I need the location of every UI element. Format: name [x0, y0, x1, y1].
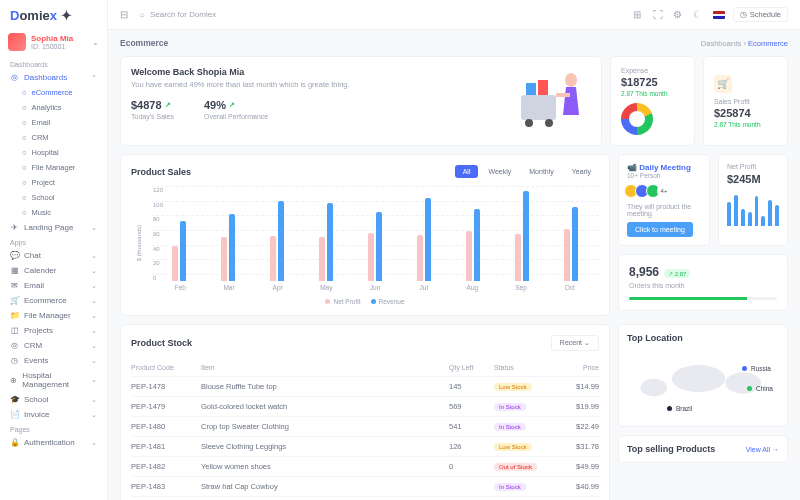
- event-icon: ◷: [10, 356, 19, 365]
- donut-chart: [621, 103, 653, 135]
- airplane-icon: ✈: [10, 223, 19, 232]
- page-title: Ecommerce: [120, 38, 168, 48]
- nav-landing[interactable]: ✈Landing Page⌄: [0, 220, 107, 235]
- mini-bar-chart: [727, 191, 779, 226]
- meeting-title: 📹 Daily Meeting: [627, 163, 701, 172]
- nav-invoice[interactable]: 📄Invoice⌄: [0, 407, 107, 422]
- arrow-up-icon: ↗: [229, 101, 235, 109]
- hospital-icon: ⊕: [10, 376, 17, 385]
- flag-icon[interactable]: [713, 11, 725, 19]
- chat-icon: 💬: [10, 251, 19, 260]
- nav-hospmgmt[interactable]: ⊕Hospital Management⌄: [0, 368, 107, 392]
- nav-chat[interactable]: 💬Chat⌄: [0, 248, 107, 263]
- nav-events[interactable]: ◷Events⌄: [0, 353, 107, 368]
- nav-calendar[interactable]: ▦Calender⌄: [0, 263, 107, 278]
- chevron-down-icon: ⌄: [92, 38, 99, 47]
- section-title: Pages: [0, 422, 107, 435]
- svg-rect-4: [538, 80, 548, 95]
- svg-point-8: [672, 365, 726, 392]
- table-row[interactable]: PEP-1479Gold-colored locket watch569In S…: [131, 397, 599, 417]
- user-id: ID: 150001: [31, 43, 73, 50]
- world-map: RussiaChinaBrazil: [627, 348, 779, 418]
- nav-analytics[interactable]: ○Analytics: [0, 100, 107, 115]
- gear-icon[interactable]: ⚙: [673, 9, 685, 21]
- project-icon: ◫: [10, 326, 19, 335]
- chevron-up-icon: ⌃: [91, 74, 97, 82]
- nav-dashboards[interactable]: ◎Dashboards⌃: [0, 70, 107, 85]
- tab-all[interactable]: All: [455, 165, 479, 178]
- netprofit-card: Net Profit $245M: [718, 154, 788, 246]
- user-block[interactable]: Sophia MiaID: 150001 ⌄: [0, 29, 107, 57]
- orders-card: 8,956↗ 2.87 Orders this month: [618, 254, 788, 311]
- search-icon: ⌕: [140, 10, 145, 19]
- section-title: Apps: [0, 235, 107, 248]
- bar-chart: 120100806040200: [151, 186, 599, 281]
- search-input[interactable]: ⌕Search for Domiex: [140, 10, 625, 19]
- top-products-card: Top selling Products View All →: [618, 435, 788, 463]
- product-sales-card: Product Sales AllWeeklyMonthlyYearly $ (…: [120, 154, 610, 316]
- grid-icon[interactable]: ⊞: [633, 9, 645, 21]
- breadcrumb: Dashboards › Ecommerce: [701, 39, 788, 48]
- nav-filemgr[interactable]: ○File Manager: [0, 160, 107, 175]
- view-all-link[interactable]: View All →: [746, 446, 779, 453]
- y-axis-label: $ (thousands): [136, 225, 142, 262]
- tab-yearly[interactable]: Yearly: [564, 165, 599, 178]
- nav-email2[interactable]: ✉Email⌄: [0, 278, 107, 293]
- arrow-up-icon: ↗: [165, 101, 171, 109]
- folder-icon: 📁: [10, 311, 19, 320]
- expand-icon[interactable]: ⛶: [653, 9, 665, 21]
- welcome-card: Welcome Back Shopia Mia You have earned …: [120, 56, 602, 146]
- section-title: Dashboards: [0, 57, 107, 70]
- calendar-icon: ▦: [10, 266, 19, 275]
- top-location-card: Top Location RussiaChinaBrazil: [618, 324, 788, 427]
- table-row[interactable]: PEP-1480Crop top Sweater Clothing541In S…: [131, 417, 599, 437]
- svg-rect-3: [526, 83, 536, 95]
- svg-rect-0: [521, 95, 556, 120]
- nav-school[interactable]: ○School: [0, 190, 107, 205]
- avatar: [8, 33, 26, 51]
- table-row[interactable]: PEP-1478Blouse Ruffle Tube top145Low Sto…: [131, 377, 599, 397]
- gauge-icon: ◎: [10, 73, 19, 82]
- nav-hospital[interactable]: ○Hospital: [0, 145, 107, 160]
- topbar: ⊟ ⌕Search for Domiex ⊞ ⛶ ⚙ ☾ ◷ Schedule: [108, 0, 800, 30]
- school-icon: 🎓: [10, 395, 19, 404]
- svg-rect-6: [556, 93, 570, 97]
- nav-crm2[interactable]: ◎CRM⌄: [0, 338, 107, 353]
- nav-fm2[interactable]: 📁File Manager⌄: [0, 308, 107, 323]
- user-name: Sophia Mia: [31, 34, 73, 43]
- tab-weekly[interactable]: Weekly: [480, 165, 519, 178]
- tab-monthly[interactable]: Monthly: [521, 165, 562, 178]
- menu-icon[interactable]: ⊟: [120, 9, 132, 21]
- nav-projects[interactable]: ◫Projects⌄: [0, 323, 107, 338]
- nav-project[interactable]: ○Project: [0, 175, 107, 190]
- product-stock-card: Product Stock Recent ⌄ Product CodeItemQ…: [120, 324, 610, 500]
- nav-crm[interactable]: ○CRM: [0, 130, 107, 145]
- chart-tabs: AllWeeklyMonthlyYearly: [455, 165, 599, 178]
- nav-school2[interactable]: 🎓School⌄: [0, 392, 107, 407]
- svg-point-5: [565, 73, 577, 87]
- nav-email[interactable]: ○Email: [0, 115, 107, 130]
- nav-ecom2[interactable]: 🛒Ecommerce⌄: [0, 293, 107, 308]
- table-row[interactable]: PEP-1481Sleeve Clothing Leggings126Low S…: [131, 437, 599, 457]
- progress-bar: [629, 297, 777, 300]
- chart-title: Product Sales: [131, 167, 191, 177]
- cart-icon: 🛒: [10, 296, 19, 305]
- svg-point-1: [525, 119, 533, 127]
- nav-music[interactable]: ○Music: [0, 205, 107, 220]
- table-row[interactable]: PEP-1483Straw hat Cap CowboyIn Stock$40.…: [131, 477, 599, 497]
- table-row[interactable]: PEP-1482Yellow women shoes0Out of Stock$…: [131, 457, 599, 477]
- meeting-card: 📹 Daily Meeting 10+ Person 4+ They will …: [618, 154, 710, 246]
- crm-icon: ◎: [10, 341, 19, 350]
- nav-ecommerce[interactable]: ○eCommerce: [0, 85, 107, 100]
- moon-icon[interactable]: ☾: [693, 9, 705, 21]
- shopping-illustration: [461, 65, 591, 130]
- meeting-button[interactable]: Click to meeting: [627, 222, 693, 237]
- schedule-button[interactable]: ◷ Schedule: [733, 7, 788, 22]
- nav-auth[interactable]: 🔒Authentication⌄: [0, 435, 107, 450]
- recent-dropdown[interactable]: Recent ⌄: [551, 335, 599, 351]
- logo: Domiex ✦: [0, 6, 107, 29]
- svg-point-7: [640, 379, 667, 397]
- lock-icon: 🔒: [10, 438, 19, 447]
- mail-icon: ✉: [10, 281, 19, 290]
- expense-card: Expense $18725 2.87 This month: [610, 56, 695, 146]
